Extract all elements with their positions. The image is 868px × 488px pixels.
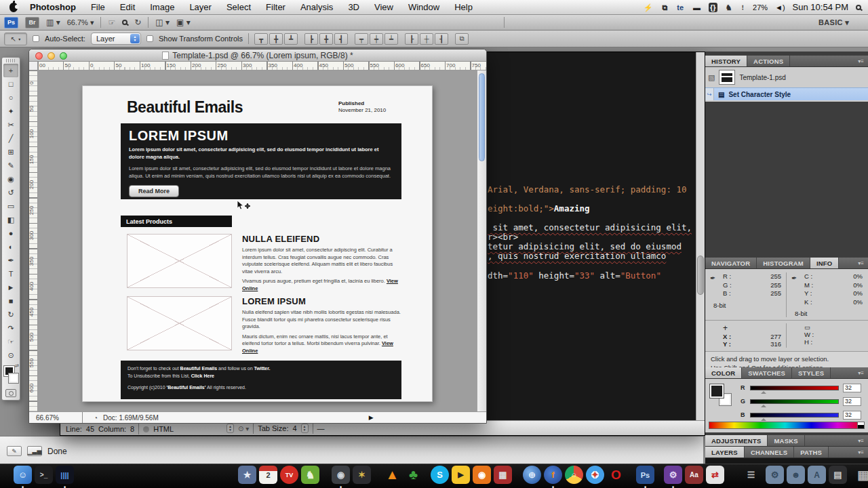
menu-item[interactable]: File [91,2,105,12]
dock-app-icon[interactable]: ✦ [586,466,604,484]
show-transform-checkbox[interactable] [146,35,153,42]
email-template-artboard[interactable]: Beautiful Emails Published November 21, … [82,85,433,402]
tab-navigator[interactable]: NAVIGATOR [705,258,757,268]
tool-button[interactable]: ╱ [2,131,20,145]
align-button[interactable]: ╋ [319,33,333,45]
align-button[interactable]: ┻ [284,33,298,45]
foreground-color-swatch[interactable] [710,384,724,398]
tab-swatches[interactable]: SWATCHES [742,367,792,378]
tool-button[interactable]: ● [2,226,20,240]
tool-button[interactable]: ☞ [2,335,20,348]
tool-button[interactable]: ◐ [2,240,20,253]
document-title-bar[interactable]: Template-1.psd @ 66.7% (Lorem ipsum, RGB… [29,49,486,62]
dock-app-icon[interactable]: A [808,466,826,484]
blue-value-field[interactable]: 32 [843,411,861,420]
language-stepper[interactable]: ▲▼ [226,424,234,433]
tool-button[interactable]: □ [2,77,20,91]
dock-app-icon[interactable]: Aa [685,466,703,484]
menu-status-icon[interactable]: {} [709,3,717,12]
menu-item[interactable]: Layer [189,2,212,12]
zoom-readout[interactable]: 66.67% [29,414,82,422]
dock-app-icon[interactable]: ☺ • [14,466,32,484]
menu-item[interactable]: Photoshop [30,2,76,12]
bridge-button[interactable]: Br [25,17,39,28]
tab-color[interactable]: COLOR [705,367,742,378]
dock-app-icon[interactable]: S [431,466,449,484]
swap-colors-icon[interactable]: ⇄ [15,363,19,369]
tab-histogram[interactable]: HISTOGRAM [757,258,810,268]
launcher-button[interactable]: ▥ ▾ [46,18,60,27]
tab-styles[interactable]: STYLES [792,367,831,378]
tool-button[interactable]: ✎ [2,159,20,172]
tab-masks[interactable]: MASKS [768,435,804,446]
dock-app-icon[interactable]: ♣ [404,466,422,484]
tool-button[interactable]: ✂ [2,118,20,131]
menu-item[interactable]: Image [150,2,174,12]
menu-item[interactable]: Filter [266,2,285,12]
quick-mask-button[interactable] [5,389,16,397]
dock-app-icon[interactable]: ◉ [473,466,491,484]
align-button[interactable]: ┫ [334,33,348,45]
status-flyout-arrow[interactable]: ▶ [369,414,374,421]
align-button[interactable]: ┷ [384,33,398,45]
menu-item[interactable]: Window [408,2,439,12]
menu-item[interactable]: View [374,2,393,12]
tool-button[interactable]: ⊞ [2,145,20,159]
dock-app-icon[interactable]: ▦ [854,466,868,484]
dock-app-icon[interactable]: ☰ [742,466,760,484]
align-button[interactable]: ┯ [355,33,368,45]
align-button[interactable]: ╋ [269,33,283,45]
menu-status-icon[interactable]: ⚡ [642,3,654,12]
tab-actions[interactable]: ACTIONS [747,56,790,66]
panel-menu-icon[interactable]: ▾≡ [854,447,868,458]
dock-app-icon[interactable]: ▲ [383,466,401,484]
history-state-row[interactable]: ↪ ▤ Set Character Style [705,87,868,100]
panel-menu-icon[interactable]: ▾≡ [854,367,868,378]
rotate-view-icon[interactable]: ↻ [134,18,141,27]
horizontal-ruler[interactable]: 0050050100150200250300350400450500550600… [38,62,486,70]
zoom-tool-icon[interactable] [122,20,127,25]
tab-info[interactable]: INFO [810,258,840,268]
tool-button[interactable]: ↻ [2,308,20,321]
tab-size-stepper[interactable]: ▲▼ [301,424,309,433]
code-line[interactable]: Arial, Verdana, sans-serif; padding: 10 [488,184,687,195]
menu-status-icon[interactable]: te [675,3,685,12]
dock-app-icon[interactable]: ◉ • [332,466,350,484]
align-button[interactable]: ┠ [405,33,418,45]
tool-button[interactable]: ↷ [2,321,20,335]
menu-status-icon[interactable]: ▬ [692,3,702,12]
screen-mode-button[interactable]: ▣ ▾ [176,18,191,27]
battery-percentage[interactable]: 27% [753,3,768,12]
align-button[interactable]: ⧉ [455,33,469,45]
tool-button[interactable]: ▭ [2,199,20,213]
code-line[interactable]: sit amet, consectetur adipisicing elit, [488,222,692,232]
close-button[interactable] [35,52,43,60]
dock-app-icon[interactable]: |||| • [56,466,74,484]
dock-app-icon[interactable]: ⇄ [706,466,724,484]
tool-button[interactable]: ✒ [2,253,20,267]
zoom-level-dropdown[interactable]: 66.7% ▾ [67,18,94,27]
red-slider[interactable] [750,386,839,390]
auto-select-checkbox[interactable] [33,35,39,42]
dock-app-icon[interactable]: O [607,466,625,484]
menu-item[interactable]: Edit [120,2,135,12]
dock-app-icon[interactable]: ▤ [829,466,847,484]
tab-layers[interactable]: LAYERS [705,447,745,458]
canvas[interactable]: Beautiful Emails Published November 21, … [38,70,477,411]
menu-item[interactable]: 3D [348,2,359,12]
tool-button[interactable]: ↺ [2,186,20,199]
dock-app-icon[interactable]: ★ [238,466,256,484]
clock-icon[interactable]: ◔ [94,414,98,422]
current-tool-preset[interactable]: ↖▾ [4,33,27,45]
tool-button[interactable]: ⊙ [2,348,20,362]
canvas-scrollbar[interactable] [477,70,486,411]
dock-app-icon[interactable]: ▶ [452,466,470,484]
color-spectrum-ramp[interactable] [709,422,865,429]
menu-status-icon[interactable]: ♞ [724,3,734,12]
code-line[interactable]: dth="110" height="33" alt="Button" [488,270,661,281]
auto-select-dropdown[interactable]: Layer ▲▼ [91,33,141,45]
brush-icon[interactable]: ✎ [7,446,22,456]
arrange-documents-button[interactable]: ◫ ▾ [155,18,170,27]
menu-item[interactable]: Select [226,2,251,12]
tab-history[interactable]: HISTORY [705,56,747,66]
